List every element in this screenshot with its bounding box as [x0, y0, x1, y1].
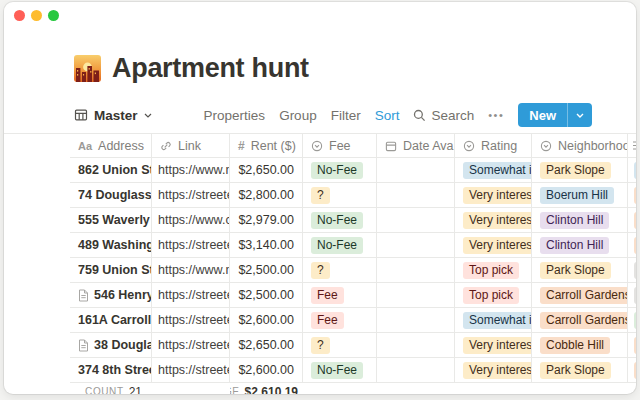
- neighborhood-cell[interactable]: Park Slope: [532, 158, 628, 183]
- column-header-clipped[interactable]: [628, 133, 636, 158]
- rating-cell[interactable]: Very intereste: [455, 208, 532, 233]
- column-header-neighborhood[interactable]: Neighborhood: [532, 133, 628, 158]
- group-button[interactable]: Group: [279, 108, 317, 123]
- neighborhood-cell[interactable]: Park Slope: [532, 358, 628, 383]
- rating-cell[interactable]: Very intereste: [455, 233, 532, 258]
- rating-cell[interactable]: Very intereste: [455, 333, 532, 358]
- link-cell[interactable]: https://streetea: [152, 308, 230, 333]
- table-row[interactable]: 74 Douglass St https://streetea $2,800.0…: [4, 183, 636, 208]
- address-cell[interactable]: 489 Washingt: [70, 233, 152, 258]
- rating-cell[interactable]: Somewhat inte: [455, 158, 532, 183]
- date-available-cell[interactable]: [377, 233, 455, 258]
- clipped-cell[interactable]: [628, 358, 636, 383]
- fee-cell[interactable]: No-Fee: [303, 158, 377, 183]
- link-cell[interactable]: https://streetea: [152, 358, 230, 383]
- column-header-date-available[interactable]: Date Ava...: [377, 133, 455, 158]
- rent-cell[interactable]: $2,600.00: [230, 308, 303, 333]
- neighborhood-cell[interactable]: Carroll Gardens: [532, 283, 628, 308]
- count-calc[interactable]: COUNT 21: [70, 383, 152, 394]
- new-button-chevron-down-icon[interactable]: [568, 113, 592, 118]
- rent-cell[interactable]: $2,500.00: [230, 283, 303, 308]
- rent-cell[interactable]: $2,650.00: [230, 158, 303, 183]
- date-available-cell[interactable]: [377, 208, 455, 233]
- link-cell[interactable]: https://streetea: [152, 283, 230, 308]
- rating-cell[interactable]: Somewhat inte: [455, 308, 532, 333]
- sunset-city-emoji-icon[interactable]: [74, 55, 101, 82]
- column-header-rating[interactable]: Rating: [455, 133, 532, 158]
- neighborhood-cell[interactable]: Park Slope: [532, 258, 628, 283]
- column-header-fee[interactable]: Fee: [303, 133, 377, 158]
- neighborhood-cell[interactable]: Clinton Hill: [532, 208, 628, 233]
- rent-cell[interactable]: $2,800.00: [230, 183, 303, 208]
- neighborhood-cell[interactable]: Carroll Gardens: [532, 308, 628, 333]
- fee-cell[interactable]: ?: [303, 183, 377, 208]
- zoom-window-button[interactable]: [48, 10, 59, 21]
- rent-cell[interactable]: $2,500.00: [230, 258, 303, 283]
- date-available-cell[interactable]: [377, 183, 455, 208]
- date-available-cell[interactable]: [377, 283, 455, 308]
- rating-cell[interactable]: Top pick: [455, 283, 532, 308]
- link-cell[interactable]: https://streetea: [152, 183, 230, 208]
- table-row[interactable]: 38 Douglas https://streetea $2,650.00 ? …: [4, 333, 636, 358]
- fee-cell[interactable]: No-Fee: [303, 208, 377, 233]
- rent-cell[interactable]: $3,140.00: [230, 233, 303, 258]
- neighborhood-cell[interactable]: Boerum Hill: [532, 183, 628, 208]
- column-header-rent[interactable]: # Rent ($): [230, 133, 303, 158]
- fee-cell[interactable]: No-Fee: [303, 358, 377, 383]
- view-switcher[interactable]: Master: [74, 108, 152, 123]
- table-row[interactable]: 161A Carroll St https://streetea $2,600.…: [4, 308, 636, 333]
- link-cell[interactable]: https://www.na: [152, 258, 230, 283]
- clipped-cell[interactable]: [628, 158, 636, 183]
- fee-cell[interactable]: Fee: [303, 308, 377, 333]
- clipped-cell[interactable]: [628, 258, 636, 283]
- link-cell[interactable]: https://www.cit: [152, 208, 230, 233]
- date-available-cell[interactable]: [377, 158, 455, 183]
- fee-cell[interactable]: No-Fee: [303, 233, 377, 258]
- address-cell[interactable]: 862 Union Stre: [70, 158, 152, 183]
- table-row[interactable]: 489 Washingt https://streetea $3,140.00 …: [4, 233, 636, 258]
- table-row[interactable]: 546 Henry https://streetea $2,500.00 Fee…: [4, 283, 636, 308]
- new-button[interactable]: New: [518, 103, 592, 127]
- sort-button[interactable]: Sort: [375, 108, 400, 123]
- rent-cell[interactable]: $2,600.00: [230, 358, 303, 383]
- minimize-window-button[interactable]: [31, 10, 42, 21]
- clipped-cell[interactable]: [628, 183, 636, 208]
- fee-cell[interactable]: Fee: [303, 283, 377, 308]
- address-cell[interactable]: 555 Waverly A: [70, 208, 152, 233]
- close-window-button[interactable]: [14, 10, 25, 21]
- date-available-cell[interactable]: [377, 308, 455, 333]
- link-cell[interactable]: https://www.na: [152, 158, 230, 183]
- rating-cell[interactable]: Very intereste: [455, 358, 532, 383]
- address-cell[interactable]: 546 Henry: [70, 283, 152, 308]
- fee-cell[interactable]: ?: [303, 258, 377, 283]
- table-row[interactable]: 374 8th Street https://streetea $2,600.0…: [4, 358, 636, 383]
- clipped-cell[interactable]: [628, 308, 636, 333]
- clipped-cell[interactable]: [628, 233, 636, 258]
- link-cell[interactable]: https://streetea: [152, 333, 230, 358]
- fee-cell[interactable]: ?: [303, 333, 377, 358]
- date-available-cell[interactable]: [377, 333, 455, 358]
- clipped-cell[interactable]: [628, 208, 636, 233]
- date-available-cell[interactable]: [377, 358, 455, 383]
- search-button[interactable]: Search: [413, 108, 474, 123]
- link-cell[interactable]: https://streetea: [152, 233, 230, 258]
- rating-cell[interactable]: Top pick: [455, 258, 532, 283]
- table-row[interactable]: 555 Waverly A https://www.cit $2,979.00 …: [4, 208, 636, 233]
- table-row[interactable]: 759 Union Stre https://www.na $2,500.00 …: [4, 258, 636, 283]
- address-cell[interactable]: 759 Union Stre: [70, 258, 152, 283]
- rent-cell[interactable]: $2,979.00: [230, 208, 303, 233]
- properties-button[interactable]: Properties: [204, 108, 266, 123]
- address-cell[interactable]: 74 Douglass St: [70, 183, 152, 208]
- rent-cell[interactable]: $2,650.00: [230, 333, 303, 358]
- address-cell[interactable]: 38 Douglas: [70, 333, 152, 358]
- more-options-button[interactable]: •••: [488, 109, 504, 121]
- filter-button[interactable]: Filter: [331, 108, 361, 123]
- table-row[interactable]: 862 Union Stre https://www.na $2,650.00 …: [4, 158, 636, 183]
- date-available-cell[interactable]: [377, 258, 455, 283]
- clipped-cell[interactable]: [628, 333, 636, 358]
- clipped-cell[interactable]: [628, 283, 636, 308]
- neighborhood-cell[interactable]: Clinton Hill: [532, 233, 628, 258]
- address-cell[interactable]: 374 8th Street: [70, 358, 152, 383]
- column-header-link[interactable]: Link: [152, 133, 230, 158]
- address-cell[interactable]: 161A Carroll St: [70, 308, 152, 333]
